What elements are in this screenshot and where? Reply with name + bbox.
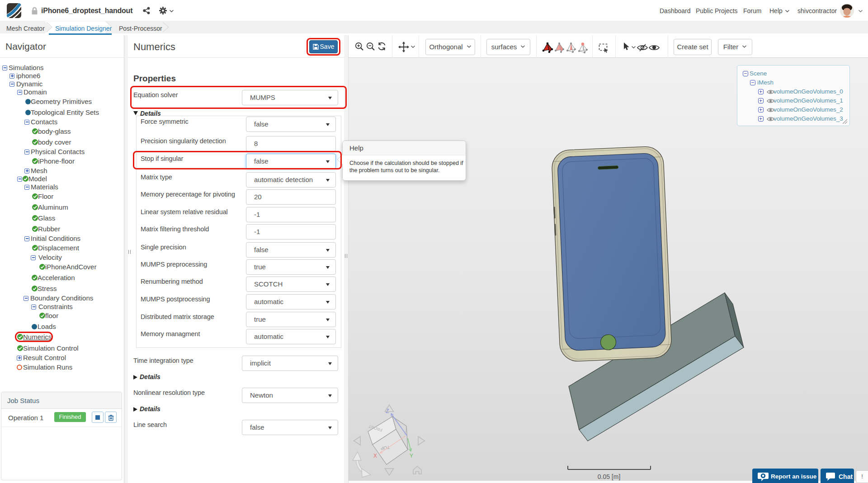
svg-text:X: X — [373, 453, 377, 459]
svg-text:Z: Z — [386, 408, 389, 414]
svg-text:Y: Y — [410, 453, 413, 459]
